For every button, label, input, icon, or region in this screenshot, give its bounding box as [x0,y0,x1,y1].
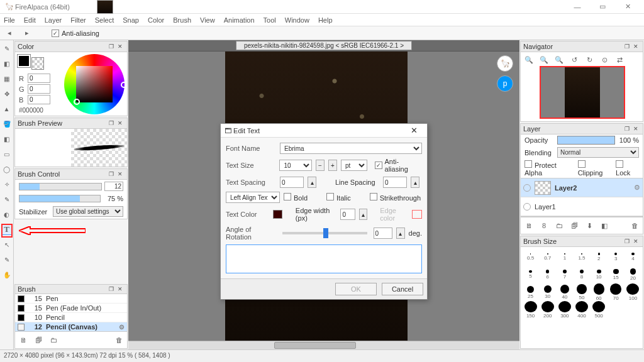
brush-size-cell[interactable]: 300 [556,301,573,319]
dialog-close-button[interactable]: ✕ [404,126,423,135]
panel-undock-icon[interactable]: ❐ [623,42,631,51]
menu-animation[interactable]: Animation [224,16,255,24]
brush-size-cell[interactable]: 40 [556,283,573,301]
select-tool[interactable]: ▭ [1,148,13,160]
brush-size-cell[interactable]: 3 [608,248,625,266]
brush-size-cell[interactable]: 10 [591,266,608,283]
scrollbar-thumb[interactable] [274,342,356,349]
line-spacing-input[interactable] [383,177,407,188]
brush-size-cell[interactable]: 1.5 [573,248,590,266]
color-square[interactable] [76,66,113,102]
lock-checkbox[interactable]: Lock [616,160,639,177]
text-size-select[interactable]: 10 [279,160,312,171]
brush-size-cell[interactable]: 30 [539,283,556,301]
eyedropper-tool[interactable]: ✎ [1,254,13,265]
minimize-button[interactable]: — [565,0,590,14]
clear-layer-icon[interactable]: ◧ [599,220,610,231]
brush-opacity-slider[interactable] [19,195,101,202]
g-input[interactable] [28,84,50,94]
panel-undock-icon[interactable]: ❐ [623,237,631,246]
stabilizer-select[interactable]: Use global settings [53,206,123,217]
brush-size-cell[interactable]: 0.7 [539,248,556,266]
menu-brush[interactable]: Brush [173,16,191,24]
brush-size-cell[interactable]: 500 [591,301,608,319]
gradient-tool[interactable]: ◧ [1,133,13,145]
layer-item[interactable]: Layer2⚙ [521,178,643,197]
gear-icon[interactable]: ⚙ [119,324,125,331]
panel-undock-icon[interactable]: ❐ [107,119,116,128]
blending-select[interactable]: Normal [557,147,639,158]
spinner-icon[interactable]: ▴ [396,228,405,239]
size-increment-button[interactable]: + [328,160,337,171]
text-spacing-input[interactable] [280,177,304,188]
menu-edit[interactable]: Edit [24,16,36,24]
zoom-out-icon[interactable]: 🔍 [538,54,550,65]
size-unit-select[interactable]: pt [341,160,367,171]
brush-size-cell[interactable]: 50 [573,283,590,301]
brush-size-cell[interactable]: 2 [591,248,608,266]
antialias-checkbox[interactable]: ✓ Anti-aliasing [52,30,99,37]
brush-size-cell[interactable]: 70 [608,283,625,301]
rotate-right-icon[interactable]: ↻ [584,54,595,65]
brush-size-cell[interactable]: 200 [539,301,556,319]
cancel-button[interactable]: Cancel [382,283,423,295]
maximize-button[interactable]: ▭ [590,0,615,14]
merge-down-icon[interactable]: ⬇ [584,220,595,231]
delete-layer-icon[interactable]: 🗑 [629,220,640,231]
foreground-color-swatch[interactable] [18,55,30,67]
move-tool[interactable]: ✥ [1,88,13,99]
spinner-icon[interactable]: ▴ [359,209,367,220]
panel-close-icon[interactable]: ✕ [631,124,640,133]
select-pen-tool[interactable]: ✎ [1,194,13,205]
menu-layer[interactable]: Layer [45,16,62,24]
horizontal-scrollbar[interactable] [128,341,519,349]
panel-close-icon[interactable]: ✕ [116,119,125,128]
brush-size-cell[interactable]: 60 [591,283,608,301]
text-color-swatch[interactable] [273,210,283,219]
brush-size-cell[interactable]: 8 [573,266,590,283]
duplicate-brush-icon[interactable]: 🗐 [33,334,44,346]
menu-select[interactable]: Select [95,16,114,24]
menu-tool[interactable]: Tool [264,16,276,24]
opacity-slider[interactable] [557,136,615,145]
hand-tool[interactable]: ✋ [1,269,13,280]
menu-filter[interactable]: Filter [70,16,86,24]
edge-color-swatch[interactable] [412,210,422,219]
close-button[interactable]: ✕ [615,0,640,14]
eraser-tool[interactable]: ◧ [1,58,13,69]
navigator-viewport-frame[interactable] [540,66,625,119]
document-tab[interactable]: pexels-nikita-nikitin-9824598.jpg < sRGB… [236,41,412,50]
add-brush-icon[interactable]: 🗎 [18,334,29,346]
color-wheel[interactable] [64,54,125,114]
b-input[interactable] [28,95,50,104]
r-input[interactable] [28,74,50,83]
prev-frame-icon[interactable]: ◂ [4,28,15,39]
brush-size-cell[interactable]: 150 [522,301,539,319]
zoom-in-icon[interactable]: 🔍 [523,54,535,65]
dialog-antialias-checkbox[interactable]: ✓Anti-aliasing [375,158,422,173]
menu-color[interactable]: Color [148,16,164,24]
brush-size-slider[interactable] [19,183,102,190]
angle-input[interactable] [374,228,392,239]
new-folder-icon[interactable]: 🗀 [553,220,565,231]
navigator-thumbnail[interactable] [540,66,625,119]
rotate-left-icon[interactable]: ↺ [569,54,580,65]
brush-size-cell[interactable]: 1 [556,248,573,266]
visibility-icon[interactable] [523,203,531,211]
slider-handle[interactable] [323,228,328,238]
pixiv-badge[interactable]: p [497,75,513,92]
brush-tool[interactable]: ✎ [1,43,13,54]
brush-size-input[interactable] [104,182,123,191]
visibility-icon[interactable] [523,184,531,192]
brush-item[interactable]: 15Pen (Fade In/Out) [15,304,127,313]
panel-close-icon[interactable]: ✕ [631,42,640,51]
clipping-checkbox[interactable]: Clipping [578,160,611,177]
panel-close-icon[interactable]: ✕ [116,170,125,178]
brush-size-cell[interactable]: 7 [556,266,573,283]
ok-button[interactable]: OK [335,283,377,295]
new-layer-icon[interactable]: 🗎 [523,220,535,231]
layer-item[interactable]: Layer1 [521,197,643,216]
brush-size-cell[interactable]: 100 [625,283,641,301]
hue-marker[interactable] [121,82,127,88]
color-picker-marker[interactable] [74,99,80,105]
